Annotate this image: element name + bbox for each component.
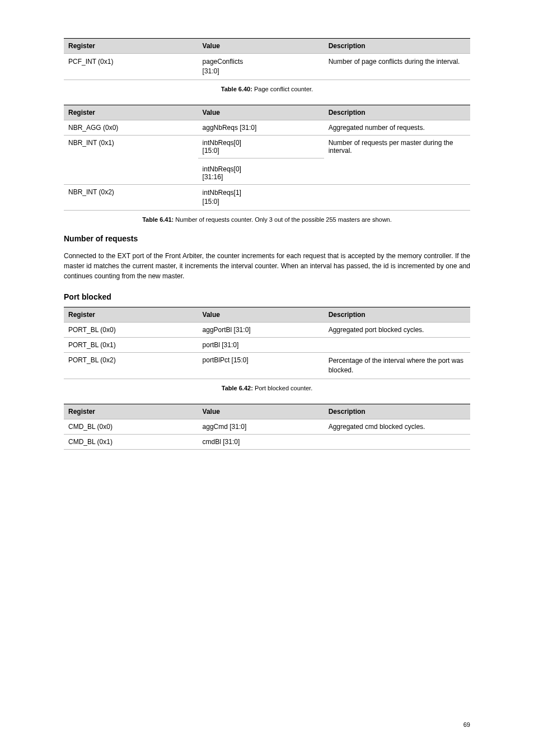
cell-register: NBR_INT (0x2) xyxy=(64,184,198,211)
col-register: Register xyxy=(64,404,198,419)
col-value: Value xyxy=(198,307,324,323)
cell-description: Number of requests per master during the… xyxy=(324,135,470,184)
cell-value-text: intNbReqs[0][31:16] xyxy=(198,162,324,184)
cell-description xyxy=(324,434,470,449)
table-row: PORT_BL (0x2) portBlPct [15:0] Percentag… xyxy=(64,353,470,379)
cell-value: aggCmd [31:0] xyxy=(198,419,324,434)
table-header-row: Register Value Description xyxy=(64,105,470,120)
col-register: Register xyxy=(64,105,198,120)
heading-number-of-requests: Number of requests xyxy=(64,234,470,243)
cell-description: Aggregated cmd blocked cycles. xyxy=(324,419,470,434)
cell-description: Aggregated number of requests. xyxy=(324,120,470,135)
heading-port-blocked: Port blocked xyxy=(64,292,470,301)
cell-description: Aggregated port blocked cycles. xyxy=(324,323,470,338)
col-value: Value xyxy=(198,404,324,419)
cell-register: NBR_AGG (0x0) xyxy=(64,120,198,135)
table-pcf: Register Value Description PCF_INT (0x1)… xyxy=(64,38,470,80)
cell-description: Number of page conflicts during the inte… xyxy=(324,54,470,80)
cell-register: NBR_INT (0x1) xyxy=(64,135,198,184)
cell-register: CMD_BL (0x0) xyxy=(64,419,198,434)
caption-number: Table 6.41: xyxy=(142,216,174,223)
col-description: Description xyxy=(324,39,470,54)
cell-value: pageConflicts[31:0] xyxy=(198,54,324,80)
caption-number: Table 6.40: xyxy=(221,86,252,92)
cell-value: portBlPct [15:0] xyxy=(198,353,324,379)
caption-text: Port blocked counter. xyxy=(255,385,312,391)
cell-value: portBl [31:0] xyxy=(198,338,324,353)
table-row: NBR_INT (0x2) intNbReqs[1][15:0] xyxy=(64,184,470,211)
table-nbr: Register Value Description NBR_AGG (0x0)… xyxy=(64,105,470,211)
caption-number: Table 6.42: xyxy=(222,385,253,391)
cell-register: PORT_BL (0x1) xyxy=(64,338,198,353)
cell-value-text: intNbReqs[1][15:0] xyxy=(203,188,320,207)
cell-register: CMD_BL (0x1) xyxy=(64,434,198,449)
table-header-row: Register Value Description xyxy=(64,404,470,419)
page-number: 69 xyxy=(463,721,470,728)
table-row: NBR_AGG (0x0) aggNbReqs [31:0] Aggregate… xyxy=(64,120,470,135)
cell-register: PCF_INT (0x1) xyxy=(64,54,198,80)
table-caption: Table 6.40: Page conflict counter. xyxy=(64,86,470,92)
cell-value-text: pageConflicts[31:0] xyxy=(203,57,320,76)
table-row: NBR_INT (0x1) intNbReqs[0][15:0] intNbRe… xyxy=(64,135,470,184)
caption-text: Page conflict counter. xyxy=(254,86,313,92)
cell-description xyxy=(324,338,470,353)
table-port-bl: Register Value Description PORT_BL (0x0)… xyxy=(64,307,470,379)
col-register: Register xyxy=(64,39,198,54)
cell-description: Percentage of the interval where the por… xyxy=(324,353,470,379)
col-description: Description xyxy=(324,404,470,419)
table-caption: Table 6.42: Port blocked counter. xyxy=(64,385,470,391)
cell-value: intNbReqs[1][15:0] xyxy=(198,184,324,211)
col-register: Register xyxy=(64,307,198,323)
cell-value: intNbReqs[0][15:0] intNbReqs[0][31:16] xyxy=(198,135,324,184)
cell-value-text: intNbReqs[0][15:0] xyxy=(198,136,324,158)
cell-value: cmdBl [31:0] xyxy=(198,434,324,449)
cell-description xyxy=(324,184,470,211)
table-row: PCF_INT (0x1) pageConflicts[31:0] Number… xyxy=(64,54,470,80)
cell-register: PORT_BL (0x0) xyxy=(64,323,198,338)
col-value: Value xyxy=(198,105,324,120)
table-caption: Table 6.41: Number of requests counter. … xyxy=(64,216,470,223)
caption-text: Number of requests counter. Only 3 out o… xyxy=(175,216,391,223)
table-row: CMD_BL (0x0) aggCmd [31:0] Aggregated cm… xyxy=(64,419,470,434)
col-description: Description xyxy=(324,105,470,120)
paragraph-number-of-requests: Connected to the EXT port of the Front A… xyxy=(64,251,470,281)
cell-value: aggNbReqs [31:0] xyxy=(198,120,324,135)
table-header-row: Register Value Description xyxy=(64,307,470,323)
table-header-row: Register Value Description xyxy=(64,39,470,54)
cell-value: aggPortBl [31:0] xyxy=(198,323,324,338)
col-value: Value xyxy=(198,39,324,54)
table-cmd-bl: Register Value Description CMD_BL (0x0) … xyxy=(64,404,470,450)
cell-register: PORT_BL (0x2) xyxy=(64,353,198,379)
table-row: PORT_BL (0x1) portBl [31:0] xyxy=(64,338,470,353)
col-description: Description xyxy=(324,307,470,323)
table-row: CMD_BL (0x1) cmdBl [31:0] xyxy=(64,434,470,449)
table-row: PORT_BL (0x0) aggPortBl [31:0] Aggregate… xyxy=(64,323,470,338)
